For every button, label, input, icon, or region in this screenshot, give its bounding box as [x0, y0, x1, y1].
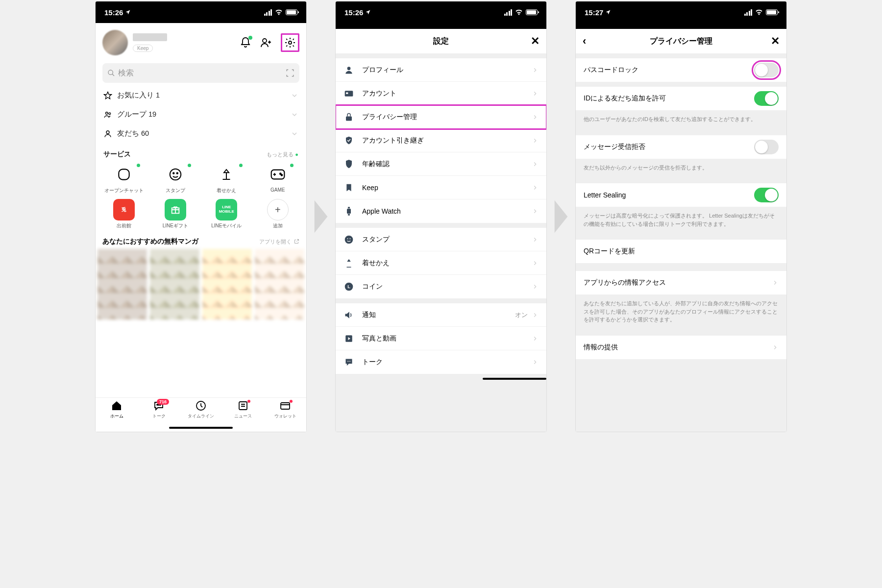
svg-point-1 [289, 41, 292, 44]
favorites-row[interactable]: お気に入り 1 [96, 86, 306, 105]
search-input[interactable]: 検索 [102, 63, 299, 83]
smile-icon [343, 234, 354, 245]
shield-icon [343, 135, 354, 146]
svc-mobile[interactable]: LINEMOBILELINEモバイル [201, 199, 252, 229]
row-age-verify[interactable]: 年齢確認 [336, 152, 546, 176]
row-info-provide[interactable]: 情報の提供 [576, 336, 786, 359]
page-title: プライバシー管理 [650, 36, 712, 47]
phone-1-home: 15:26 Keep [95, 1, 307, 432]
settings-highlight [281, 33, 299, 52]
row-photo[interactable]: 写真と動画 [336, 327, 546, 350]
search-placeholder: 検索 [118, 68, 134, 78]
svg-point-8 [173, 172, 174, 174]
svg-point-20 [347, 67, 351, 70]
profile-name-area[interactable]: Keep [133, 33, 235, 52]
toggle-id-allow[interactable] [754, 91, 779, 106]
row-theme[interactable]: 着せかえ [336, 251, 546, 275]
row-passcode[interactable]: パスコードロック [576, 58, 786, 82]
gear-icon[interactable] [284, 37, 296, 49]
row-msg-deny[interactable]: メッセージ受信拒否 [576, 135, 786, 159]
row-letter-sealing[interactable]: Letter Sealing [576, 183, 786, 207]
groups-row[interactable]: グループ 19 [96, 105, 306, 124]
svg-point-27 [345, 235, 353, 244]
svg-point-0 [263, 39, 267, 43]
settings-nav: 設定 ✕ [336, 29, 546, 53]
brush-icon [343, 258, 354, 269]
close-icon[interactable]: ✕ [531, 35, 539, 48]
row-account[interactable]: アカウント [336, 82, 546, 105]
favorites-label: お気に入り 1 [117, 91, 160, 100]
phone-2-settings: 15:26 設定 ✕ プロフィール アカウント プライバシー管理 アカウント引き… [335, 1, 547, 432]
svg-rect-18 [239, 402, 247, 410]
tab-wallet[interactable]: ウォレット [264, 400, 306, 432]
chat-icon [343, 357, 354, 368]
open-app-link[interactable]: アプリを開く [259, 238, 299, 245]
play-icon [343, 333, 354, 344]
friends-row[interactable]: 友だち 60 [96, 124, 306, 143]
add-friend-icon[interactable] [260, 37, 272, 49]
svg-point-11 [280, 173, 281, 174]
row-privacy[interactable]: プライバシー管理 [336, 105, 546, 129]
tab-bar: ホーム 716トーク タイムライン ニュース ウォレット [96, 397, 306, 432]
close-icon[interactable]: ✕ [771, 35, 780, 48]
row-keep[interactable]: Keep [336, 176, 546, 199]
scan-icon[interactable] [286, 69, 294, 77]
toggle-msg-deny[interactable] [754, 140, 779, 154]
svg-point-4 [109, 112, 111, 114]
toggle-letter-sealing[interactable] [754, 188, 779, 202]
services-header: サービス もっと見る ● [96, 143, 306, 162]
speaker-icon [343, 310, 354, 320]
toggle-passcode[interactable] [754, 63, 779, 77]
keep-chip[interactable]: Keep [133, 45, 153, 52]
row-qr-refresh[interactable]: QRコードを更新 [576, 240, 786, 263]
svg-rect-23 [346, 116, 352, 121]
svg-text:L: L [347, 284, 350, 289]
status-bar: 15:26 [96, 1, 306, 23]
page-title: 設定 [433, 36, 449, 47]
services-more[interactable]: もっと見る ● [267, 151, 298, 158]
row-notification[interactable]: 通知オン [336, 303, 546, 327]
arrow-separator [311, 197, 331, 236]
svc-game[interactable]: GAME [252, 164, 304, 194]
svc-theme[interactable]: 着せかえ [201, 164, 252, 194]
row-coin[interactable]: Lコイン [336, 275, 546, 298]
bell-icon[interactable] [240, 37, 251, 49]
status-bar: 15:26 [336, 1, 546, 23]
notification-value: オン [515, 311, 528, 319]
row-info-access[interactable]: アプリからの情報アクセス [576, 271, 786, 294]
username-redacted [133, 33, 167, 41]
back-icon[interactable]: ‹ [583, 35, 586, 48]
row-account-transfer[interactable]: アカウント引き継ぎ [336, 129, 546, 152]
svg-rect-24 [347, 209, 351, 214]
svg-rect-6 [119, 169, 129, 179]
clock: 15:26 [104, 8, 123, 17]
row-stamp[interactable]: スタンプ [336, 228, 546, 251]
row-talk[interactable]: トーク [336, 350, 546, 374]
svg-point-28 [347, 238, 348, 239]
person-icon [103, 129, 112, 138]
msg-deny-desc: 友だち以外からのメッセージの受信を拒否します。 [576, 159, 786, 179]
svg-point-7 [170, 169, 181, 180]
svg-point-35 [350, 361, 351, 362]
talk-badge: 716 [157, 399, 169, 405]
search-icon [107, 69, 115, 77]
svc-openchat[interactable]: オープンチャット [98, 164, 150, 194]
svc-add[interactable]: +追加 [252, 199, 304, 229]
row-id-allow[interactable]: IDによる友だち追加を許可 [576, 87, 786, 110]
row-profile[interactable]: プロフィール [336, 58, 546, 82]
person-icon [343, 65, 354, 75]
tab-home[interactable]: ホーム [96, 400, 138, 432]
bookmark-icon [343, 182, 354, 193]
services-grid: オープンチャット スタンプ 着せかえ GAME 兎出前館 LINEギフト LIN… [96, 162, 306, 231]
home-indicator [483, 378, 546, 380]
svc-gift[interactable]: LINEギフト [150, 199, 201, 229]
svg-point-14 [157, 404, 158, 405]
row-applewatch[interactable]: Apple Watch [336, 199, 546, 223]
recommend-thumbnails[interactable] [96, 249, 306, 319]
avatar[interactable] [102, 30, 128, 55]
svg-point-34 [348, 361, 349, 362]
clock: 15:27 [585, 8, 603, 17]
watch-icon [343, 206, 354, 217]
svc-stamp[interactable]: スタンプ [150, 164, 201, 194]
svc-demaekan[interactable]: 兎出前館 [98, 199, 150, 229]
